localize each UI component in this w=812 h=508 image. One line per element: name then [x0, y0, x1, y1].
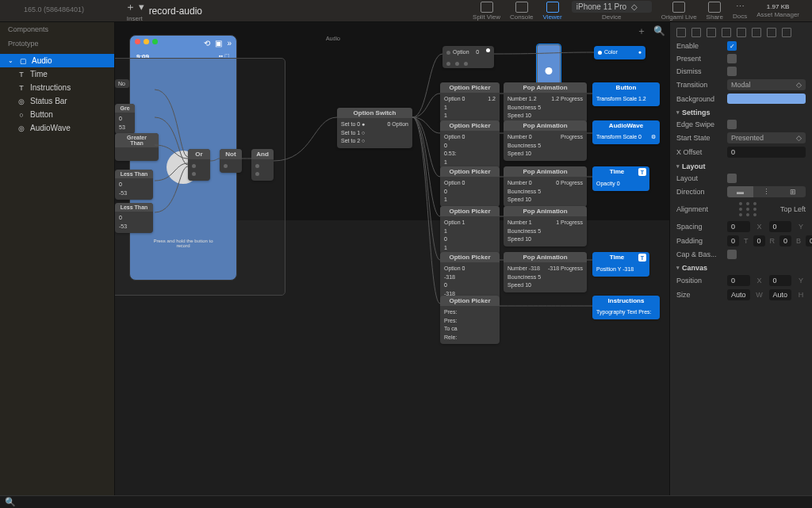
size-w-input[interactable]: Auto: [727, 289, 750, 300]
option-picker-1[interactable]: Option Picker Option 01.211: [440, 82, 500, 123]
option-picker-3[interactable]: Option Picker Option 001: [440, 166, 500, 207]
pop-animation-4[interactable]: Pop Animation Number 11 ProgressBouncine…: [504, 206, 587, 246]
share-icon: [708, 2, 721, 13]
position-y-input[interactable]: 0: [769, 275, 792, 286]
audiowave-layer-patch[interactable]: AudioWave Transform Scale 0⚙: [592, 120, 660, 144]
option-switch-patch[interactable]: Option Switch Set to 0 ●0 Option Set to …: [337, 108, 412, 148]
option-picker-2[interactable]: Option Picker Option 000.53:1: [440, 120, 500, 169]
inspector-panel: Enable✓ Present Dismiss TransitionModal◇…: [669, 22, 812, 495]
minimize-icon[interactable]: [144, 39, 149, 44]
align-center-h-icon[interactable]: [691, 28, 701, 37]
pop-animation-2[interactable]: Pop Animation Number 0ProgressBounciness…: [504, 120, 587, 161]
option-picker-6[interactable]: Option Picker Pres:Pres:To caRele:: [440, 296, 500, 344]
position-x-input[interactable]: 0: [727, 275, 750, 286]
search-canvas-button[interactable]: 🔍: [653, 25, 665, 36]
console-button[interactable]: Console: [510, 2, 533, 21]
canvas-section-header[interactable]: Canvas: [670, 261, 812, 273]
layout-section-header[interactable]: Layout: [670, 159, 812, 172]
alignment-control[interactable]: [727, 201, 769, 218]
sidebar-item-instructions[interactable]: T Instructions: [0, 81, 114, 94]
size-h-input[interactable]: Auto: [769, 289, 792, 300]
sidebar-item-audiowave[interactable]: ◎ AudioWave: [0, 121, 114, 135]
padding-b-input[interactable]: 0: [779, 235, 791, 246]
expand-icon[interactable]: »: [227, 39, 232, 48]
asset-manager-button[interactable]: 1.97 KB Asset Manager: [756, 3, 799, 18]
less-than-patch-2[interactable]: Less Than 0-53: [115, 203, 153, 233]
greater-than-patch-2[interactable]: Greater Than: [115, 133, 159, 161]
padding-t-input[interactable]: 0: [727, 235, 739, 246]
insert-button[interactable]: ＋ ▾ Insert: [125, 0, 144, 22]
split-view-icon: [481, 2, 493, 13]
x-offset-input[interactable]: 0: [727, 147, 806, 158]
present-checkbox[interactable]: [727, 54, 737, 63]
artboard-icon: ▢: [19, 57, 27, 65]
split-view-button[interactable]: Split View: [473, 2, 500, 21]
dismiss-checkbox[interactable]: [727, 67, 737, 76]
sidebar-item-audio[interactable]: ⌄ ▢ Audio: [0, 54, 114, 67]
option-picker-5[interactable]: Option Picker Option 0-3180-318: [440, 252, 500, 300]
align-bottom-icon[interactable]: [752, 28, 761, 37]
transition-select[interactable]: Modal◇: [727, 79, 806, 90]
origami-live-button[interactable]: Origami Live: [661, 2, 697, 21]
cap-baseline-checkbox[interactable]: [727, 250, 737, 259]
greater-than-patch-1[interactable]: Gre 053: [115, 104, 135, 134]
document-title: record-audio: [149, 6, 202, 17]
top-toolbar: 165.0 (586486401) ＋ ▾ Insert record-audi…: [0, 0, 812, 22]
pop-animation-3[interactable]: Pop Animation Number 00 ProgressBouncine…: [504, 166, 587, 207]
button-layer-patch[interactable]: Button Transform Scale 1.2: [592, 82, 660, 106]
share-button[interactable]: Share: [707, 2, 723, 21]
sidebar-item-time[interactable]: T Time: [0, 67, 114, 81]
padding-r-input[interactable]: 0: [753, 235, 765, 246]
padding-l-input[interactable]: 0: [806, 235, 812, 246]
and-patch[interactable]: And: [251, 149, 274, 181]
enable-checkbox[interactable]: ✓: [727, 41, 737, 51]
direction-toggle[interactable]: ▬ ⋮ ⊞: [727, 186, 806, 197]
component-icon: ◎: [17, 97, 25, 105]
chevron-down-icon: ◇: [796, 81, 802, 89]
maximize-icon[interactable]: [152, 39, 158, 44]
search-icon[interactable]: 🔍: [5, 497, 16, 507]
pop-animation-5[interactable]: Pop Animation Number -318-318 ProgressBo…: [504, 252, 587, 292]
time-layer-patch-1[interactable]: TimeT Opacity 0: [592, 166, 649, 191]
add-patch-button[interactable]: ＋: [636, 25, 647, 36]
color-patch[interactable]: Color ●: [594, 46, 645, 59]
settings-section-header[interactable]: Settings: [670, 105, 812, 118]
not-patch[interactable]: Not: [220, 149, 242, 173]
close-icon[interactable]: [135, 39, 140, 44]
layers-icon[interactable]: ▣: [215, 39, 222, 48]
device-selector[interactable]: iPhone 11 Pro ◇: [572, 1, 652, 13]
sidebar-item-button[interactable]: ○ Button: [0, 108, 114, 121]
or-patch[interactable]: Or: [188, 149, 210, 181]
alignment-tools: [670, 25, 812, 40]
viewer-button[interactable]: Viewer: [542, 2, 561, 21]
option-value-patch[interactable]: Option0: [442, 46, 494, 68]
time-layer-patch-2[interactable]: TimeT Position Y -318: [592, 252, 649, 277]
layout-checkbox[interactable]: [727, 174, 737, 183]
less-than-patch-1[interactable]: Less Than 0-53: [115, 170, 153, 200]
gear-icon[interactable]: ⚙: [651, 133, 656, 142]
direction-grid-icon[interactable]: ⊞: [779, 186, 806, 197]
sidebar-item-statusbar[interactable]: ◎ Status Bar: [0, 94, 114, 108]
align-left-icon[interactable]: [676, 28, 686, 37]
background-color-swatch[interactable]: [727, 94, 806, 104]
edge-swipe-checkbox[interactable]: [727, 120, 737, 129]
direction-none-icon[interactable]: ▬: [727, 186, 753, 197]
option-picker-4[interactable]: Option Picker Option 1101: [440, 206, 500, 254]
align-top-icon[interactable]: [722, 28, 731, 37]
distribute-v-icon[interactable]: [782, 28, 791, 37]
start-state-select[interactable]: Presented◇: [727, 132, 806, 143]
spacing-y-input[interactable]: 0: [769, 221, 792, 232]
spacing-x-input[interactable]: 0: [727, 221, 750, 232]
chevron-down-icon: ◇: [796, 134, 802, 142]
distribute-h-icon[interactable]: [767, 28, 776, 37]
pop-animation-1[interactable]: Pop Animation Number 1.21.2 ProgressBoun…: [504, 82, 587, 123]
align-right-icon[interactable]: [707, 28, 716, 37]
instructions-layer-patch[interactable]: Instructions Typography Text Pres:: [592, 296, 660, 319]
text-icon: T: [17, 71, 25, 78]
no-patch[interactable]: No: [115, 79, 129, 88]
refresh-icon[interactable]: ⟲: [204, 39, 210, 48]
canvas[interactable]: ＋ 🔍 ⟲ ▣ » 9:09 ▪▪ ⬚ Press and hold the b…: [115, 22, 669, 495]
direction-horizontal-icon[interactable]: ⋮: [753, 186, 779, 197]
docs-button[interactable]: ⋯ Docs: [733, 2, 747, 20]
align-center-v-icon[interactable]: [737, 28, 746, 37]
